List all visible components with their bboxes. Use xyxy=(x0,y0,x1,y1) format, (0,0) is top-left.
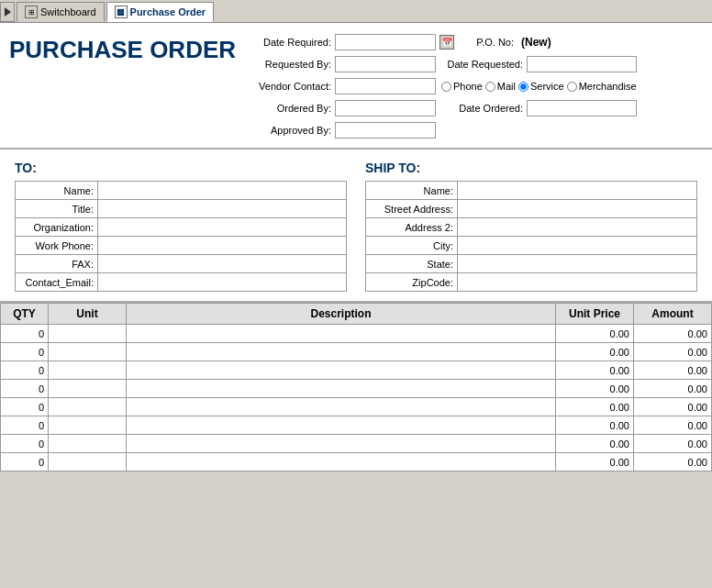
table-row: 0 0.00 0.00 xyxy=(1,398,712,416)
qty-cell-3[interactable]: 0 xyxy=(1,380,49,398)
unit-cell-0[interactable] xyxy=(49,325,127,343)
table-row: Name: xyxy=(16,182,347,200)
amount-cell-4[interactable]: 0.00 xyxy=(634,398,712,416)
radio-mail[interactable]: Mail xyxy=(485,81,516,92)
to-table: Name: Title: Organization: Work Phone: xyxy=(15,181,347,292)
radio-merchandise[interactable]: Merchandise xyxy=(567,81,637,92)
unit-header: Unit xyxy=(49,304,127,325)
ship-city-value[interactable] xyxy=(458,237,697,255)
ship-to-section: SHIP TO: Name: Street Address: Address 2… xyxy=(365,161,697,292)
calendar-icon[interactable]: 📅 xyxy=(439,35,454,50)
tab-switchboard[interactable]: ⊞ Switchboard xyxy=(17,2,105,22)
to-section: TO: Name: Title: Organization: xyxy=(15,161,347,292)
radio-phone-input[interactable] xyxy=(441,82,451,92)
vendor-contact-input[interactable] xyxy=(335,78,436,94)
desc-cell-3[interactable] xyxy=(127,380,556,398)
desc-cell-4[interactable] xyxy=(127,398,556,416)
po-no-label: P.O. No: xyxy=(458,37,517,48)
table-row: Street Address: xyxy=(366,200,697,218)
to-name-label: Name: xyxy=(16,182,98,200)
radio-mail-input[interactable] xyxy=(485,82,495,92)
amount-cell-2[interactable]: 0.00 xyxy=(634,361,712,380)
requested-by-input[interactable] xyxy=(335,56,436,72)
ordered-by-input[interactable] xyxy=(335,100,436,116)
qty-cell-6[interactable]: 0 xyxy=(1,435,49,453)
ship-state-value[interactable] xyxy=(458,255,697,273)
tab-purchase-order-label: Purchase Order xyxy=(130,6,206,17)
table-row: 0 0.00 0.00 xyxy=(1,343,712,361)
date-required-label: Date Required: xyxy=(243,37,335,48)
amount-cell-3[interactable]: 0.00 xyxy=(634,380,712,398)
table-row: ZipCode: xyxy=(366,273,697,292)
unit-cell-7[interactable] xyxy=(49,453,127,472)
amount-cell-5[interactable]: 0.00 xyxy=(634,416,712,435)
radio-group: Phone Mail Service Merchandise xyxy=(441,81,640,92)
to-fax-value[interactable] xyxy=(98,255,347,273)
to-title: TO: xyxy=(15,161,347,175)
qty-cell-7[interactable]: 0 xyxy=(1,453,49,472)
amount-cell-1[interactable]: 0.00 xyxy=(634,343,712,361)
requested-by-label: Requested By: xyxy=(243,59,335,70)
po-no-value: (New) xyxy=(517,36,563,49)
qty-cell-4[interactable]: 0 xyxy=(1,398,49,416)
desc-cell-7[interactable] xyxy=(127,453,556,472)
to-name-value[interactable] xyxy=(98,182,347,200)
price-cell-6[interactable]: 0.00 xyxy=(556,435,634,453)
table-row: State: xyxy=(366,255,697,273)
table-row: Contact_Email: xyxy=(16,273,347,292)
radio-service-input[interactable] xyxy=(518,82,528,92)
items-table: QTY Unit Description Unit Price Amount 0… xyxy=(0,303,712,472)
ship-address2-value[interactable] xyxy=(458,218,697,237)
qty-cell-5[interactable]: 0 xyxy=(1,416,49,435)
to-email-value[interactable] xyxy=(98,273,347,292)
approved-by-label: Approved By: xyxy=(243,125,335,136)
unit-cell-3[interactable] xyxy=(49,380,127,398)
desc-cell-0[interactable] xyxy=(127,325,556,343)
ship-street-value[interactable] xyxy=(458,200,697,218)
desc-cell-5[interactable] xyxy=(127,416,556,435)
desc-cell-2[interactable] xyxy=(127,361,556,380)
amount-cell-0[interactable]: 0.00 xyxy=(634,325,712,343)
date-ordered-label: Date Ordered: xyxy=(439,103,527,114)
unit-cell-4[interactable] xyxy=(49,398,127,416)
to-phone-value[interactable] xyxy=(98,237,347,255)
date-required-input[interactable] xyxy=(335,34,436,50)
approved-by-input[interactable] xyxy=(335,122,436,139)
form-header-section: PURCHASE ORDER Date Required: 📅 P.O. No:… xyxy=(0,23,712,150)
ship-zip-label: ZipCode: xyxy=(366,273,458,292)
desc-cell-1[interactable] xyxy=(127,343,556,361)
ship-name-value[interactable] xyxy=(458,182,697,200)
amount-cell-6[interactable]: 0.00 xyxy=(634,435,712,453)
radio-phone[interactable]: Phone xyxy=(441,81,483,92)
date-ordered-input[interactable] xyxy=(527,100,637,116)
price-cell-2[interactable]: 0.00 xyxy=(556,361,634,380)
unit-price-header: Unit Price xyxy=(556,304,634,325)
unit-cell-5[interactable] xyxy=(49,416,127,435)
to-title-label: Title: xyxy=(16,200,98,218)
table-row: Title: xyxy=(16,200,347,218)
date-requested-label: Date Requested: xyxy=(439,59,527,70)
qty-cell-2[interactable]: 0 xyxy=(1,361,49,380)
to-org-value[interactable] xyxy=(98,218,347,237)
date-requested-input[interactable] xyxy=(527,56,637,72)
amount-cell-7[interactable]: 0.00 xyxy=(634,453,712,472)
price-cell-3[interactable]: 0.00 xyxy=(556,380,634,398)
table-row: Work Phone: xyxy=(16,237,347,255)
ship-zip-value[interactable] xyxy=(458,273,697,292)
price-cell-5[interactable]: 0.00 xyxy=(556,416,634,435)
unit-cell-1[interactable] xyxy=(49,343,127,361)
price-cell-0[interactable]: 0.00 xyxy=(556,325,634,343)
tab-purchase-order[interactable]: ▦ Purchase Order xyxy=(106,2,215,22)
to-title-value[interactable] xyxy=(98,200,347,218)
price-cell-1[interactable]: 0.00 xyxy=(556,343,634,361)
price-cell-4[interactable]: 0.00 xyxy=(556,398,634,416)
radio-merchandise-input[interactable] xyxy=(567,82,577,92)
qty-cell-1[interactable]: 0 xyxy=(1,343,49,361)
desc-cell-6[interactable] xyxy=(127,435,556,453)
unit-cell-6[interactable] xyxy=(49,435,127,453)
price-cell-7[interactable]: 0.00 xyxy=(556,453,634,472)
unit-cell-2[interactable] xyxy=(49,361,127,380)
radio-service[interactable]: Service xyxy=(518,81,564,92)
ship-address2-label: Address 2: xyxy=(366,218,458,237)
qty-cell-0[interactable]: 0 xyxy=(1,325,49,343)
